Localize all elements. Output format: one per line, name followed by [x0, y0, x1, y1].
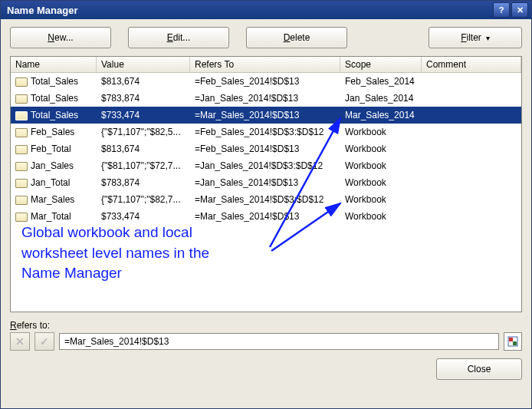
- name-row[interactable]: Total_Sales$733,474=Mar_Sales_2014!$D$13…: [11, 107, 521, 124]
- row-name: Mar_Total: [31, 211, 71, 222]
- name-row[interactable]: Mar_Sales{"$71,107";"$82,7...=Mar_Sales_…: [11, 191, 521, 208]
- name-row[interactable]: Total_Sales$783,874=Jan_Sales_2014!$D$13…: [11, 90, 521, 107]
- row-value: $783,874: [97, 177, 190, 188]
- names-listbox[interactable]: Name Value Refers To Scope Comment Total…: [10, 56, 522, 312]
- name-row[interactable]: Feb_Sales{"$71,107";"$82,5...=Feb_Sales_…: [11, 124, 521, 140]
- header-name[interactable]: Name: [11, 57, 97, 72]
- name-icon: [15, 94, 28, 104]
- delete-button[interactable]: Delete: [246, 27, 347, 48]
- header-comment[interactable]: Comment: [422, 57, 521, 72]
- row-value: {"$71,107";"$82,7...: [97, 194, 190, 205]
- row-name: Total_Sales: [31, 110, 78, 120]
- commit-refersto-button[interactable]: ✓: [34, 332, 54, 351]
- name-icon: [15, 128, 28, 137]
- row-name: Feb_Sales: [31, 127, 74, 137]
- close-button[interactable]: Close: [436, 358, 522, 380]
- header-scope[interactable]: Scope: [340, 57, 422, 72]
- row-value: $733,474: [97, 211, 190, 222]
- column-headers: Name Value Refers To Scope Comment: [11, 57, 521, 73]
- row-value: $733,474: [97, 110, 190, 120]
- titlebar: Name Manager ? ✕: [1, 1, 531, 19]
- cancel-refersto-button[interactable]: ✕: [10, 332, 30, 351]
- range-picker-button[interactable]: [504, 332, 522, 351]
- row-name: Jan_Sales: [31, 160, 74, 171]
- row-scope: Mar_Sales_2014: [340, 110, 422, 120]
- name-row[interactable]: Mar_Total$733,474=Mar_Sales_2014!$D$13Wo…: [11, 208, 521, 225]
- row-name: Total_Sales: [31, 93, 78, 104]
- row-name: Jan_Total: [31, 177, 70, 188]
- row-refers-to: =Mar_Sales_2014!$D$13: [190, 211, 340, 222]
- filter-button[interactable]: Filter ▾: [429, 27, 522, 48]
- name-manager-dialog: Name Manager ? ✕ New... Edit... Delete F…: [0, 0, 532, 409]
- row-refers-to: =Jan_Sales_2014!$D$13: [190, 177, 340, 188]
- row-scope: Workbook: [340, 194, 422, 205]
- row-value: $813,674: [97, 76, 190, 87]
- row-scope: Workbook: [340, 143, 422, 154]
- row-value: {"$71,107";"$82,5...: [97, 127, 190, 137]
- name-icon: [15, 179, 28, 188]
- name-icon: [15, 196, 28, 205]
- row-scope: Workbook: [340, 177, 422, 188]
- row-name: Feb_Total: [31, 143, 71, 154]
- bottom-row: Close: [1, 351, 531, 389]
- toolbar: New... Edit... Delete Filter ▾: [1, 19, 531, 53]
- row-refers-to: =Jan_Sales_2014!$D$13: [190, 93, 340, 104]
- row-value: {"$81,107";"$72,7...: [97, 160, 190, 171]
- row-scope: Workbook: [340, 127, 422, 137]
- svg-rect-4: [513, 341, 517, 345]
- row-refers-to: =Feb_Sales_2014!$D$13: [190, 143, 340, 154]
- row-name: Total_Sales: [31, 76, 78, 87]
- name-row[interactable]: Feb_Total$813,674=Feb_Sales_2014!$D$13Wo…: [11, 140, 521, 157]
- range-picker-icon: [507, 336, 518, 347]
- row-refers-to: =Jan_Sales_2014!$D$3:$D$12: [190, 160, 340, 171]
- row-scope: Jan_Sales_2014: [340, 93, 422, 104]
- name-icon: [15, 78, 28, 87]
- annotation-text: Global workbook and local worksheet leve…: [21, 223, 209, 284]
- row-value: $813,674: [97, 143, 190, 154]
- refers-to-section: Refers to: ✕ ✓: [1, 315, 531, 351]
- name-icon: [15, 145, 28, 154]
- name-icon: [15, 213, 28, 222]
- refers-to-input[interactable]: [59, 333, 499, 350]
- help-button[interactable]: ?: [493, 2, 510, 18]
- name-row[interactable]: Total_Sales$813,674=Feb_Sales_2014!$D$13…: [11, 73, 521, 90]
- refers-to-label: Refers to:: [10, 320, 50, 331]
- new-button[interactable]: New...: [10, 27, 111, 48]
- row-value: $783,874: [97, 93, 190, 104]
- svg-rect-3: [509, 338, 513, 341]
- name-icon: [15, 111, 28, 120]
- name-row[interactable]: Jan_Total$783,874=Jan_Sales_2014!$D$13Wo…: [11, 174, 521, 191]
- header-refers-to[interactable]: Refers To: [190, 57, 340, 72]
- edit-button[interactable]: Edit...: [128, 27, 229, 48]
- dropdown-arrow-icon: ▾: [486, 34, 490, 42]
- row-refers-to: =Mar_Sales_2014!$D$3:$D$12: [190, 194, 340, 205]
- row-scope: Feb_Sales_2014: [340, 76, 422, 87]
- close-x-button[interactable]: ✕: [511, 2, 528, 18]
- name-row[interactable]: Jan_Sales{"$81,107";"$72,7...=Jan_Sales_…: [11, 157, 521, 174]
- row-refers-to: =Feb_Sales_2014!$D$13: [190, 76, 340, 87]
- row-refers-to: =Mar_Sales_2014!$D$13: [190, 110, 340, 120]
- title-text: Name Manager: [4, 5, 491, 16]
- header-value[interactable]: Value: [97, 57, 190, 72]
- row-name: Mar_Sales: [31, 194, 74, 205]
- row-scope: Workbook: [340, 211, 422, 222]
- name-icon: [15, 162, 28, 171]
- row-scope: Workbook: [340, 160, 422, 171]
- row-refers-to: =Feb_Sales_2014!$D$3:$D$12: [190, 127, 340, 137]
